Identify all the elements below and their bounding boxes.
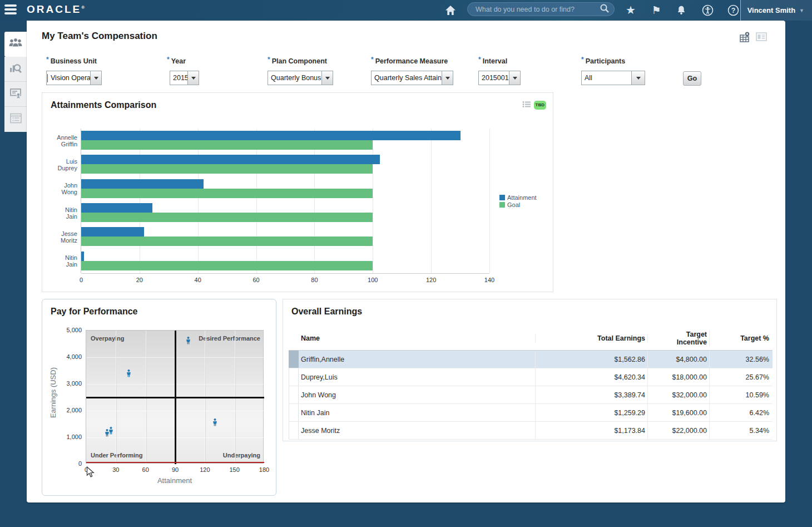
sidebar-tab-team-compensation[interactable] — [4, 32, 27, 57]
sidebar-tab-plan-documents[interactable] — [4, 82, 27, 107]
quadrant-label: Overpaying — [91, 335, 125, 342]
quadrant-label: Under Performing — [91, 452, 143, 459]
attainment-bar[interactable] — [81, 179, 204, 189]
sidebar-tab-tasks[interactable] — [4, 107, 27, 132]
x-axis-tick-label: 80 — [311, 277, 318, 283]
dropdown-button[interactable] — [442, 71, 453, 85]
favorites-star-icon[interactable]: ★ — [623, 3, 638, 17]
filter-performance-measure: *Performance Measure Quarterly Sales Att… — [371, 56, 448, 65]
goal-bar[interactable] — [81, 189, 373, 198]
quadrant-label: Underpaying — [223, 452, 260, 459]
cell-total-earnings: $1,259.29 — [536, 404, 648, 421]
go-button[interactable]: Go — [683, 71, 701, 86]
filter-interval: *Interval 2015001 — [478, 56, 507, 65]
accessibility-icon[interactable] — [700, 3, 715, 17]
x-axis-line — [81, 273, 489, 274]
legend-swatch — [499, 202, 505, 208]
search-input[interactable] — [476, 6, 600, 13]
flag-icon[interactable]: ⚑ — [649, 3, 664, 17]
category-label: Nitin Jain — [43, 206, 77, 220]
menu-icon[interactable] — [4, 4, 17, 16]
cell-target-incentive: $19,600.00 — [648, 404, 710, 421]
person-marker[interactable] — [212, 418, 217, 429]
dropdown-button[interactable] — [631, 71, 645, 85]
global-header: ORACLE® ★ ⚑ ? Vincent Smith ▼ — [0, 0, 812, 21]
filter-business-unit: *Business Unit Vision Opera — [46, 56, 97, 65]
home-icon[interactable] — [443, 3, 458, 17]
category-label: Nitin Jain — [43, 254, 77, 268]
performance-measure-combobox[interactable]: Quarterly Sales Attainr — [371, 71, 453, 85]
panel-title: Pay for Performance — [51, 307, 138, 317]
sidebar — [4, 32, 27, 132]
business-unit-combobox[interactable]: Vision Opera — [46, 71, 102, 85]
gridline — [256, 129, 257, 273]
panel-title: Attainments Comparison — [51, 100, 156, 110]
table-row[interactable]: Jesse Moritz$1,173.84$22,000.005.34% — [289, 422, 773, 440]
year-combobox[interactable]: 2015 — [170, 71, 199, 85]
search-icon[interactable] — [600, 3, 610, 16]
row-selector[interactable] — [289, 368, 299, 386]
chevron-down-icon: ▼ — [799, 8, 804, 13]
x-axis-tick-label: 0 — [80, 277, 83, 283]
attainment-bar[interactable] — [81, 131, 461, 140]
column-header-target-incentive: Target Incentive — [648, 331, 710, 346]
baseline — [86, 462, 264, 463]
table-row[interactable]: Griffin,Annelle$1,562.86$4,800.0032.56% — [289, 351, 773, 368]
panel-view-icon[interactable] — [755, 31, 768, 45]
x-axis-title: Attainment — [86, 476, 264, 485]
participants-select[interactable]: All — [581, 71, 645, 85]
oracle-logo: ORACLE® — [27, 3, 85, 16]
x-axis-tick-label: 150 — [229, 466, 239, 473]
row-selector[interactable] — [289, 404, 299, 421]
filter-participants: *Participants All — [581, 56, 625, 65]
attainment-bar[interactable] — [81, 203, 152, 213]
goal-bar[interactable] — [81, 261, 373, 270]
goal-bar[interactable] — [81, 164, 373, 174]
goal-bar[interactable] — [81, 213, 373, 222]
plan-component-combobox[interactable]: Quarterly Bonus — [268, 71, 333, 85]
certificate-icon — [9, 87, 23, 102]
cell-target-incentive: $4,800.00 — [648, 351, 710, 368]
pay-for-performance-scatter: Overpaying Desired Performance Under Per… — [86, 330, 264, 464]
dropdown-button[interactable] — [509, 71, 520, 85]
notifications-bell-icon[interactable] — [674, 3, 689, 17]
y-axis-title: Earnings (USD) — [49, 362, 57, 423]
table-row[interactable]: Nitin Jain$1,259.29$19,600.006.42% — [289, 404, 773, 422]
cell-name: Nitin Jain — [299, 404, 536, 421]
goal-bar[interactable] — [81, 237, 373, 246]
row-selector[interactable] — [289, 351, 299, 368]
page-title: My Team's Compensation — [42, 31, 157, 42]
dropdown-button[interactable] — [90, 71, 101, 85]
dropdown-button[interactable] — [321, 71, 333, 85]
cell-name: Jesse Moritz — [299, 422, 536, 439]
person-marker[interactable] — [126, 370, 131, 380]
attainment-bar[interactable] — [81, 227, 144, 237]
team-icon — [8, 37, 23, 51]
map-grid-view-icon[interactable] — [739, 31, 752, 45]
person-marker[interactable] — [186, 337, 191, 347]
help-icon[interactable]: ? — [726, 3, 740, 17]
user-menu[interactable]: Vincent Smith ▼ — [740, 0, 812, 21]
sidebar-tab-analytics[interactable] — [4, 57, 27, 82]
svg-text:?: ? — [731, 6, 735, 14]
table-row[interactable]: Duprey,Luis$4,620.34$18,000.0025.67% — [289, 368, 773, 386]
interval-combobox[interactable]: 2015001 — [478, 71, 521, 85]
person-marker[interactable] — [105, 429, 110, 439]
attainment-bar[interactable] — [81, 252, 84, 261]
gridline — [198, 129, 199, 273]
cell-target-pct: 10.59% — [710, 386, 771, 403]
dropdown-button[interactable] — [187, 71, 199, 85]
attainment-bar[interactable] — [81, 155, 380, 164]
row-selector[interactable] — [289, 422, 299, 439]
filter-plan-component: *Plan Component Quarterly Bonus — [268, 56, 327, 65]
cell-name: Duprey,Luis — [299, 368, 536, 386]
list-view-icon[interactable] — [522, 100, 531, 110]
global-search[interactable] — [467, 2, 615, 16]
table-header-row: Name Total Earnings Target Incentive Tar… — [289, 326, 773, 351]
row-selector[interactable] — [289, 386, 299, 403]
column-header-target-pct: Target % — [710, 334, 771, 342]
cell-name: John Wong — [299, 386, 536, 403]
cell-target-pct: 25.67% — [710, 368, 771, 386]
table-row[interactable]: John Wong$3,389.74$32,000.0010.59% — [289, 386, 773, 404]
goal-bar[interactable] — [81, 140, 373, 150]
